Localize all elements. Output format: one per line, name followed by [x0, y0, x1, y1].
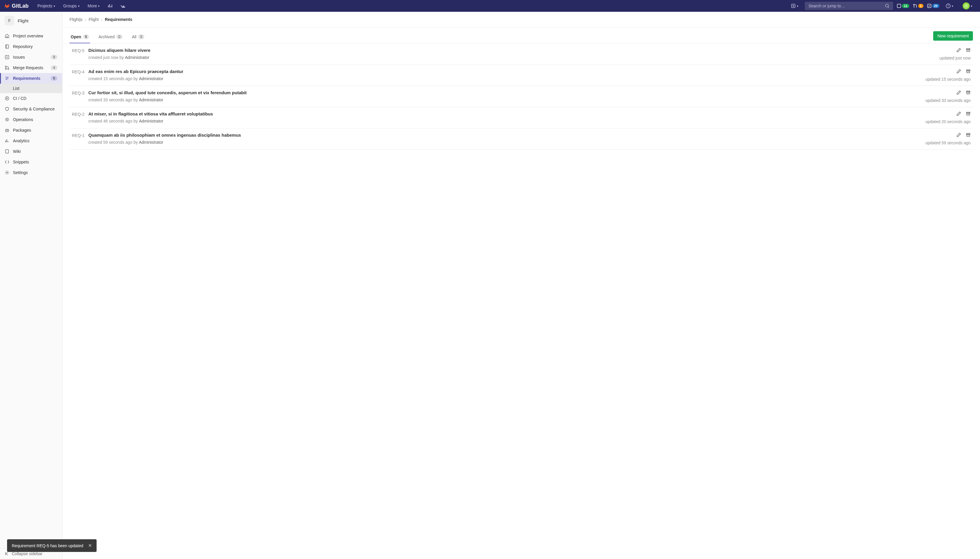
sidebar-item-merge-requests[interactable]: Merge Requests 4	[0, 63, 62, 73]
nav-groups[interactable]: Groups▾	[60, 3, 83, 8]
archive-icon[interactable]	[966, 111, 970, 117]
chevron-down-icon: ▾	[98, 5, 99, 8]
chevron-down-icon: ▾	[797, 5, 798, 8]
requirement-updated: updated 33 seconds ago	[925, 98, 970, 103]
archive-icon[interactable]	[966, 48, 970, 53]
tab-all[interactable]: All 5	[131, 31, 145, 43]
svg-text:?: ?	[947, 5, 949, 8]
cicd-icon	[5, 96, 10, 101]
requirement-author[interactable]: Administrator	[125, 55, 149, 60]
requirement-author[interactable]: Administrator	[139, 140, 163, 145]
breadcrumb-current: Requirements	[105, 17, 132, 22]
pkg-icon	[5, 128, 10, 132]
edit-icon[interactable]	[957, 69, 961, 74]
sidebar-item-ci-cd[interactable]: CI / CD	[0, 93, 62, 104]
search-box[interactable]	[805, 2, 893, 10]
search-input[interactable]	[808, 3, 885, 8]
ops-icon	[5, 117, 10, 122]
breadcrumb-project[interactable]: Flight	[89, 17, 99, 22]
sidebar-subitem-list[interactable]: List	[0, 84, 62, 93]
sidebar-item-label: Issues	[13, 55, 25, 60]
sidebar-item-label: Security & Compliance	[13, 107, 55, 111]
sidebar-item-security-compliance[interactable]: Security & Compliance	[0, 104, 62, 114]
repo-icon	[5, 44, 10, 49]
requirement-row: REQ-1 Quamquam ab iis philosophiam et om…	[69, 128, 973, 150]
requirement-meta: created 33 seconds ago by Administrator	[88, 98, 925, 102]
sidebar-badge: 4	[51, 65, 58, 70]
requirement-author[interactable]: Administrator	[139, 98, 163, 102]
chevron-down-icon: ▾	[78, 5, 79, 8]
project-header[interactable]: F Flight	[0, 12, 62, 30]
main-content: Flightjs › Flight › Requirements Open 5 …	[63, 12, 980, 559]
requirement-title[interactable]: Cur fortior sit, si illud, quod tute con…	[88, 90, 925, 95]
edit-icon[interactable]	[957, 48, 961, 53]
brand-name: GitLab	[12, 3, 28, 9]
sidebar-item-repository[interactable]: Repository	[0, 41, 62, 52]
archive-icon[interactable]	[966, 90, 970, 96]
project-avatar: F	[5, 16, 14, 25]
requirement-author[interactable]: Administrator	[139, 119, 163, 123]
edit-icon[interactable]	[957, 111, 961, 117]
sidebar-item-requirements[interactable]: Requirements 5	[0, 73, 62, 84]
home-icon	[5, 33, 10, 38]
sidebar-item-analytics[interactable]: Analytics	[0, 136, 62, 146]
sidebar-item-settings[interactable]: Settings	[0, 167, 62, 178]
requirement-id: REQ-1	[72, 132, 88, 138]
tab-open[interactable]: Open 5	[69, 31, 90, 43]
breadcrumb-group[interactable]: Flightjs	[69, 17, 83, 22]
requirement-row: REQ-2 At miser, si in flagitiosa et viti…	[69, 107, 973, 128]
requirement-title[interactable]: Ad eas enim res ab Epicuro praecepta dan…	[88, 69, 925, 74]
sidebar-item-operations[interactable]: Operations	[0, 114, 62, 125]
help-icon[interactable]: ?▾	[943, 3, 956, 8]
gitlab-logo[interactable]: GitLab	[5, 3, 28, 9]
sidebar-item-label: Operations	[13, 117, 33, 122]
nav-projects[interactable]: Projects▾	[35, 3, 58, 8]
requirement-id: REQ-4	[72, 69, 88, 74]
requirement-title[interactable]: Quamquam ab iis philosophiam et omnes in…	[88, 132, 925, 137]
wrench-icon[interactable]	[118, 3, 128, 8]
requirement-row: REQ-3 Cur fortior sit, si illud, quod tu…	[69, 86, 973, 107]
requirement-updated: updated 15 seconds ago	[925, 77, 970, 81]
requirement-title[interactable]: Dicimus aliquem hilare vivere	[88, 48, 939, 53]
header-todos[interactable]: 20	[927, 3, 939, 8]
archive-icon[interactable]	[966, 132, 970, 138]
archive-icon[interactable]	[966, 69, 970, 74]
requirement-meta: created 15 seconds ago by Administrator	[88, 76, 925, 81]
svg-point-8	[7, 56, 8, 58]
sidebar-item-label: Settings	[13, 170, 28, 175]
requirement-updated: updated 59 seconds ago	[925, 141, 970, 145]
sidebar-item-label: Analytics	[13, 139, 30, 143]
analytics-icon	[5, 139, 10, 143]
chevron-down-icon: ▾	[952, 5, 953, 8]
sidebar-item-issues[interactable]: Issues 9	[0, 52, 62, 63]
sidebar-item-label: Project overview	[13, 33, 43, 38]
tab-archived[interactable]: Archived 0	[97, 31, 123, 43]
requirement-author[interactable]: Administrator	[139, 76, 163, 81]
toast-close-icon[interactable]: ✕	[88, 543, 92, 548]
activity-icon[interactable]	[105, 3, 116, 8]
sidebar-item-wiki[interactable]: Wiki	[0, 146, 62, 157]
user-menu[interactable]: ▾	[960, 2, 975, 10]
wiki-icon	[5, 149, 10, 154]
toast-message: Requirement REQ-5 has been updated	[12, 543, 83, 548]
sidebar-item-project-overview[interactable]: Project overview	[0, 31, 62, 41]
sidebar-item-snippets[interactable]: Snippets	[0, 157, 62, 167]
header-issues[interactable]: 11	[897, 3, 909, 8]
new-requirement-button[interactable]: New requirement	[933, 31, 973, 41]
nav-more[interactable]: More▾	[85, 3, 103, 8]
plus-icon[interactable]: ▾	[788, 3, 801, 8]
search-icon	[885, 3, 889, 8]
sidebar-item-packages[interactable]: Packages	[0, 125, 62, 136]
shield-icon	[5, 107, 10, 111]
requirement-title[interactable]: At miser, si in flagitiosa et vitiosa vi…	[88, 111, 925, 116]
header-mrs[interactable]: 1	[913, 3, 924, 8]
sidebar-item-label: Wiki	[13, 149, 21, 154]
requirement-id: REQ-2	[72, 111, 88, 117]
edit-icon[interactable]	[957, 90, 961, 96]
requirement-row: REQ-4 Ad eas enim res ab Epicuro praecep…	[69, 65, 973, 86]
snippets-icon	[5, 160, 10, 164]
sidebar-item-label: Snippets	[13, 160, 29, 164]
edit-icon[interactable]	[957, 132, 961, 138]
requirements-list: REQ-5 Dicimus aliquem hilare vivere crea…	[63, 44, 980, 150]
chevron-down-icon: ▾	[971, 5, 972, 8]
